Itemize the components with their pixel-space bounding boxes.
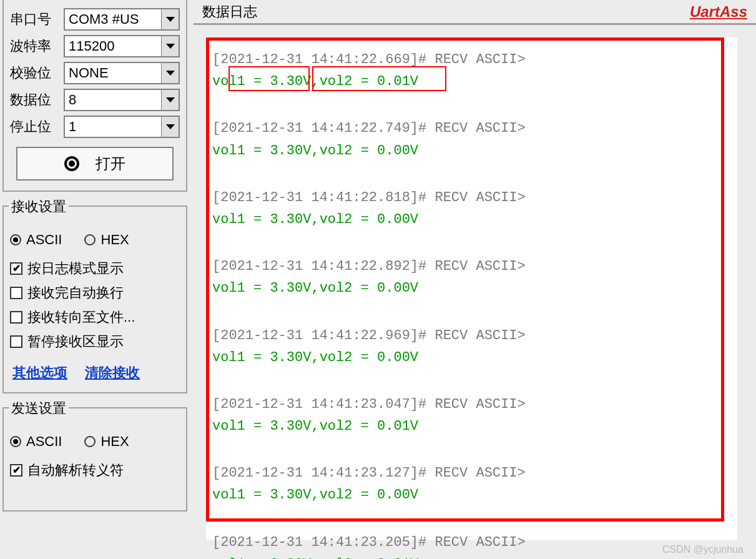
parity-dropdown-button[interactable] (161, 63, 179, 83)
open-button-label: 打开 (96, 154, 125, 174)
log-entry: [2021-12-31 14:41:23.047]# RECV ASCII> v… (212, 393, 526, 437)
send-ascii-label: ASCII (26, 433, 62, 450)
stopbits-value: 1 (65, 119, 161, 135)
log-timestamp: [2021-12-31 14:41:23.047]# RECV ASCII> (212, 393, 526, 415)
radio-icon (84, 234, 96, 245)
databits-value: 8 (65, 92, 161, 108)
log-entry: [2021-12-31 14:41:22.892]# RECV ASCII> v… (212, 255, 526, 299)
radio-icon (10, 436, 21, 447)
to-file-label: 接收转向至文件... (27, 308, 135, 327)
log-data: vol1 = 3.30V,vol2 = 0.01V (212, 553, 526, 559)
log-entry: [2021-12-31 14:41:22.969]# RECV ASCII> v… (212, 325, 526, 369)
port-settings-group: 串口设置 串口号 COM3 #US 波特率 115200 校验位 NONE 数据… (2, 0, 187, 192)
checkbox-icon (10, 262, 22, 275)
log-timestamp: [2021-12-31 14:41:23.205]# RECV ASCII> (212, 532, 526, 553)
log-content: [2021-12-31 14:41:22.669]# RECV ASCII> v… (212, 49, 526, 559)
recv-settings-title: 接收设置 (9, 197, 69, 216)
log-data: vol1 = 3.30V,vol2 = 0.01V (212, 415, 526, 437)
log-timestamp: [2021-12-31 14:41:22.969]# RECV ASCII> (212, 325, 526, 347)
parity-combo[interactable]: NONE (64, 62, 180, 84)
log-timestamp: [2021-12-31 14:41:22.892]# RECV ASCII> (212, 255, 526, 277)
other-options-link[interactable]: 其他选项 (12, 364, 67, 382)
databits-label: 数据位 (10, 91, 64, 109)
log-data: vol1 = 3.30V,vol2 = 0.00V (212, 277, 526, 299)
baud-dropdown-button[interactable] (161, 36, 179, 56)
app-brand: UartAss (690, 3, 747, 21)
auto-newline-check[interactable]: 接收完自动换行 (10, 284, 180, 302)
to-file-check[interactable]: 接收转向至文件... (10, 308, 180, 327)
radio-icon (10, 234, 21, 245)
baud-value: 115200 (65, 38, 161, 54)
log-entry: [2021-12-31 14:41:23.127]# RECV ASCII> v… (212, 462, 526, 506)
log-timestamp: [2021-12-31 14:41:22.669]# RECV ASCII> (212, 49, 526, 71)
pause-display-label: 暂停接收区显示 (27, 332, 124, 351)
radio-icon (84, 436, 96, 447)
log-timestamp: [2021-12-31 14:41:23.127]# RECV ASCII> (212, 462, 526, 484)
log-panel-title: 数据日志 (202, 2, 257, 21)
parity-label: 校验位 (10, 64, 64, 82)
stopbits-combo[interactable]: 1 (64, 116, 180, 138)
baud-combo[interactable]: 115200 (64, 35, 180, 57)
recv-settings-group: 接收设置 ASCII HEX 按日志模式显示 接收完自动换行 接 (2, 205, 187, 393)
caret-down-icon (166, 124, 175, 129)
log-data: vol1 = 3.30V,vol2 = 0.00V (212, 484, 526, 506)
checkbox-icon (10, 335, 22, 348)
log-data: vol1 = 3.30V,vol2 = 0.01V (212, 71, 526, 92)
clear-recv-link[interactable]: 清除接收 (85, 364, 140, 382)
log-entry: [2021-12-31 14:41:23.205]# RECV ASCII> v… (212, 532, 526, 559)
pause-display-check[interactable]: 暂停接收区显示 (10, 332, 180, 351)
send-ascii-radio[interactable]: ASCII (10, 433, 62, 450)
log-entry: [2021-12-31 14:41:22.669]# RECV ASCII> v… (212, 49, 526, 92)
caret-down-icon (166, 17, 175, 22)
recv-hex-label: HEX (101, 232, 129, 248)
port-dropdown-button[interactable] (161, 9, 179, 29)
send-settings-group: 发送设置 ASCII HEX 自动解析转义符 (2, 407, 187, 512)
send-settings-title: 发送设置 (9, 399, 69, 418)
log-data: vol1 = 3.30V,vol2 = 0.00V (212, 209, 526, 230)
caret-down-icon (166, 71, 175, 76)
log-timestamp: [2021-12-31 14:41:22.749]# RECV ASCII> (212, 117, 526, 139)
log-mode-label: 按日志模式显示 (27, 259, 124, 278)
databits-dropdown-button[interactable] (161, 90, 179, 110)
recv-ascii-radio[interactable]: ASCII (10, 232, 62, 248)
recv-hex-radio[interactable]: HEX (84, 232, 129, 248)
caret-down-icon (166, 44, 175, 49)
open-port-button[interactable]: 打开 (16, 147, 174, 181)
send-hex-label: HEX (101, 433, 129, 450)
baud-label: 波特率 (10, 37, 64, 56)
checkbox-icon (10, 464, 22, 477)
log-entry: [2021-12-31 14:41:22.818]# RECV ASCII> v… (212, 187, 526, 230)
log-timestamp: [2021-12-31 14:41:22.818]# RECV ASCII> (212, 187, 526, 209)
caret-down-icon (166, 97, 175, 102)
auto-newline-label: 接收完自动换行 (27, 284, 124, 302)
log-data: vol1 = 3.30V,vol2 = 0.00V (212, 347, 526, 369)
parity-value: NONE (65, 65, 161, 81)
stopbits-dropdown-button[interactable] (161, 117, 179, 137)
log-entry: [2021-12-31 14:41:22.749]# RECV ASCII> v… (212, 117, 526, 161)
port-label: 串口号 (10, 10, 64, 29)
log-panel-header: 数据日志 UartAss (194, 0, 756, 25)
auto-escape-label: 自动解析转义符 (27, 461, 124, 480)
databits-combo[interactable]: 8 (64, 89, 180, 111)
log-mode-check[interactable]: 按日志模式显示 (10, 259, 180, 278)
csdn-watermark: CSDN @ycjunhua (662, 544, 744, 555)
record-icon (64, 156, 79, 171)
stopbits-label: 停止位 (10, 117, 64, 136)
port-combo[interactable]: COM3 #US (64, 8, 180, 31)
port-value: COM3 #US (65, 11, 161, 27)
checkbox-icon (10, 311, 22, 324)
send-hex-radio[interactable]: HEX (84, 433, 129, 450)
auto-escape-check[interactable]: 自动解析转义符 (10, 461, 180, 480)
recv-ascii-label: ASCII (26, 232, 62, 248)
checkbox-icon (10, 287, 22, 299)
log-data: vol1 = 3.30V,vol2 = 0.00V (212, 140, 526, 162)
